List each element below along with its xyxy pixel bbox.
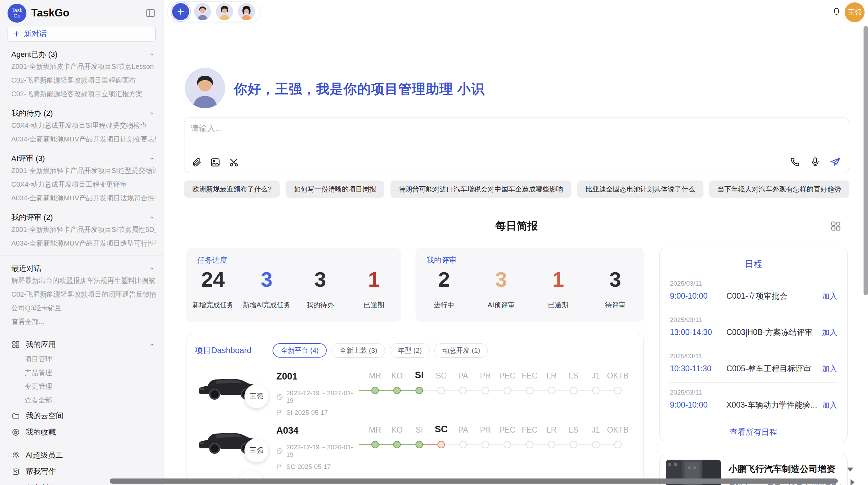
sidebar-task-item[interactable]: A034-全新新能源MUV产品开发项目法规符合性评审: [11, 191, 156, 205]
section-my-review[interactable]: 我的评审 (2): [11, 212, 155, 223]
suggestion-chip[interactable]: 当下年轻人对汽车外观有怎样的喜好趋势: [709, 181, 849, 198]
sidebar-task-item[interactable]: C02-飞腾新能源轻客改款项目里程碑画布: [11, 73, 156, 87]
schedule-date: 2025/03/11: [670, 352, 837, 360]
stat-label: 待评审: [587, 300, 644, 310]
image-icon[interactable]: [210, 157, 221, 168]
scroll-right-arrow[interactable]: [851, 479, 855, 485]
filter-chip[interactable]: 动总开发 (1): [434, 343, 488, 358]
milestone-dot: [482, 441, 489, 448]
composer-attachments: [191, 157, 239, 168]
sidebar-task-item[interactable]: Z001-全新燃油皮卡产品开发项目SI节点Lesson Learn报告: [11, 60, 156, 73]
paperclip-icon[interactable]: [191, 157, 202, 168]
new-session-button[interactable]: [172, 3, 189, 20]
agent-avatar[interactable]: [216, 3, 233, 20]
sidebar-task-item[interactable]: A034-全新新能源MUV产品开发项目造型可行性评审: [11, 236, 156, 250]
recent-chat-item[interactable]: C02-飞腾新能源轻客改款项目的闭环通告反馈情况: [11, 287, 156, 301]
sidebar-collapse-icon[interactable]: [145, 8, 156, 18]
chevron-up-icon[interactable]: [149, 110, 155, 116]
project-info: Z001 2023-12-19 ~ 2027-01-19 SI-2025-05-…: [276, 371, 360, 415]
sidebar-item-help-write[interactable]: 帮我写作: [0, 464, 163, 479]
scroll-down-arrow[interactable]: [847, 468, 853, 472]
milestone-dot: [459, 441, 467, 448]
chevron-up-icon[interactable]: [149, 341, 155, 348]
sidebar-item-ai-employee[interactable]: AI超级员工: [0, 448, 163, 463]
app-item-change-mgmt[interactable]: 变更管理: [25, 380, 156, 393]
section-title: 我的评审 (2): [11, 212, 53, 223]
milestone-dot-done: [393, 387, 401, 394]
section-ai-review[interactable]: AI评审 (3): [11, 153, 155, 164]
milestone-label-current: SI: [415, 370, 424, 381]
view-all-schedule-link[interactable]: 查看所有日程: [670, 427, 837, 437]
section-my-todo[interactable]: 我的待办 (2): [11, 108, 155, 119]
stat-label: 我的待办: [293, 300, 347, 310]
sidebar-task-item[interactable]: Z001-全新燃油轻卡产品开发项目SI造型提交物评审: [11, 164, 156, 177]
phone-call-icon[interactable]: [790, 156, 801, 168]
chevron-up-icon[interactable]: [149, 156, 155, 162]
agent-avatar[interactable]: [238, 3, 255, 20]
sidebar-item-my-apps[interactable]: 我的应用: [0, 337, 163, 352]
app-window: Task Go TaskGo 新对话 Agent已办 (3) Z001-全新燃油…: [0, 0, 868, 485]
suggestion-chip[interactable]: 欧洲新规最近颁布了什么?: [184, 181, 280, 198]
microphone-icon[interactable]: [810, 156, 821, 168]
stat-label: 新增AI完成任务: [240, 300, 294, 310]
chevron-up-icon[interactable]: [149, 265, 155, 272]
project-row[interactable]: 王强 Z001 2023-12-19 ~ 2027-01-19 SI: [195, 371, 635, 415]
sidebar-header: Task Go TaskGo: [0, 0, 163, 23]
milestone-label: PEC: [499, 371, 515, 381]
chevron-up-icon[interactable]: [149, 214, 155, 221]
apps-view-all[interactable]: 查看全部...: [25, 393, 156, 407]
user-avatar[interactable]: 王强: [845, 2, 865, 22]
join-link[interactable]: 加入: [822, 327, 837, 338]
section-recent-chats[interactable]: 最近对话: [11, 263, 155, 274]
join-link[interactable]: 加入: [822, 400, 837, 410]
sidebar-task-item[interactable]: C0X4-动力总成开发项目SI里程碑提交物检查: [11, 119, 156, 132]
milestone-dot: [459, 387, 467, 394]
recent-chat-item[interactable]: 公司Q3轻卡销量: [11, 301, 156, 315]
recent-chat-item[interactable]: 解释最新出台的欧盟报废车法规再生塑料比例被调至15%...: [11, 274, 156, 287]
suggestion-chip[interactable]: 特朗普可能对进口汽车增税会对中国车企造成哪些影响: [390, 181, 571, 198]
stat-value: 3: [240, 269, 294, 290]
horizontal-scrollbar[interactable]: [110, 478, 838, 484]
sidebar-task-item[interactable]: A034-全新新能源MUV产品开发项目计划变更表编写: [11, 132, 156, 146]
sidebar-task-item[interactable]: C02-飞腾新能源轻客改款项目立项汇报方案: [11, 87, 156, 101]
new-chat-button[interactable]: 新对话: [8, 26, 156, 42]
section-agent-done[interactable]: Agent已办 (3): [11, 49, 155, 60]
join-link[interactable]: 加入: [822, 291, 837, 301]
cloud-folder-icon: [12, 412, 20, 420]
milestone-label: PA: [458, 425, 468, 435]
project-row[interactable]: 王强 A034 2023-12-19 ~ 2026-01-19 SC: [195, 425, 635, 469]
app-item-project-mgmt[interactable]: 项目管理: [25, 352, 156, 366]
app-item-product-mgmt[interactable]: 产品管理: [25, 366, 156, 380]
layout-grid-icon[interactable]: [830, 220, 842, 233]
sidebar-task-item[interactable]: Z001-全新燃油轻卡产品开发项目SI节点属性5D文件评审: [11, 223, 156, 236]
vertical-scrollbar[interactable]: [864, 26, 868, 295]
milestone-label: J1: [592, 371, 600, 381]
milestone-label: J1: [592, 425, 600, 435]
sidebar-item-favorites[interactable]: 我的收藏: [0, 425, 163, 440]
filter-chip[interactable]: 全新上装 (3): [331, 343, 385, 358]
recent-view-all[interactable]: 查看全部...: [11, 315, 156, 328]
join-link[interactable]: 加入: [822, 364, 837, 374]
suggestion-chip[interactable]: 如何写一份清晰的项目周报: [286, 181, 384, 198]
milestone-label: LR: [546, 425, 556, 435]
logo-text-bottom: Go: [13, 13, 20, 18]
send-icon[interactable]: [830, 156, 841, 168]
milestone-label: FEC: [522, 425, 538, 435]
agent-avatar[interactable]: [194, 3, 211, 20]
daily-brief-title: 每日简报: [184, 218, 849, 234]
milestone-dot: [592, 441, 600, 448]
milestone-label-current: SC: [435, 424, 448, 435]
suggestion-chip[interactable]: 比亚迪全固态电池计划具体说了什么: [577, 181, 703, 198]
notifications-bell-icon[interactable]: [831, 6, 842, 18]
sidebar-task-item[interactable]: C0X4-动力总成开发项目工程变更评审: [11, 177, 156, 191]
milestone-dot: [570, 387, 577, 394]
section-title: 我的待办 (2): [11, 108, 53, 119]
chevron-up-icon[interactable]: [149, 51, 155, 58]
filter-chip[interactable]: 全新平台 (4): [273, 343, 327, 358]
sidebar-item-cloud-space[interactable]: 我的云空间: [0, 408, 163, 423]
greeting-text: 你好，王强，我是你的项目管理助理 小识: [234, 80, 485, 98]
filter-chip[interactable]: 年型 (2): [390, 343, 430, 358]
scissors-icon[interactable]: [228, 157, 239, 168]
dashboard-header: 项目Dashboard 全新平台 (4) 全新上装 (3) 年型 (2) 动总开…: [195, 343, 635, 358]
chat-input[interactable]: [191, 123, 773, 147]
